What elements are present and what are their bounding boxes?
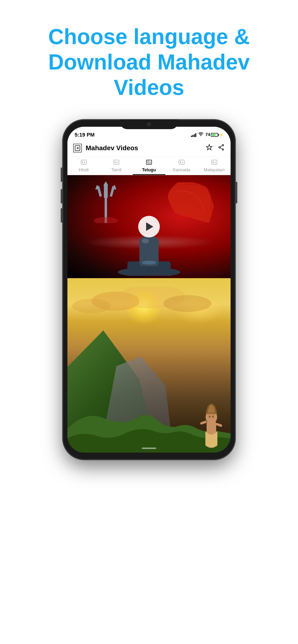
svg-rect-15 bbox=[179, 160, 184, 164]
video-card-2[interactable] bbox=[67, 278, 231, 452]
svg-rect-12 bbox=[146, 160, 152, 164]
tab-malayalam-label: Malayalam bbox=[204, 168, 225, 172]
tab-hindi-icon bbox=[81, 160, 87, 166]
phone-screen: 5:19 PM bbox=[67, 127, 231, 452]
video-card-1[interactable] bbox=[67, 175, 231, 278]
tab-telugu[interactable]: Telugu bbox=[133, 157, 165, 175]
status-icons: 74 ⚡ bbox=[191, 132, 223, 137]
notch-camera bbox=[147, 122, 151, 126]
svg-point-2 bbox=[222, 149, 224, 150]
tab-hindi[interactable]: Hindi bbox=[67, 157, 100, 175]
svg-marker-8 bbox=[84, 162, 85, 164]
svg-point-38 bbox=[72, 299, 111, 313]
tab-tamil-icon bbox=[113, 160, 119, 166]
svg-marker-13 bbox=[148, 161, 148, 164]
svg-marker-10 bbox=[115, 161, 115, 164]
star-icon[interactable] bbox=[206, 144, 213, 152]
svg-marker-14 bbox=[150, 162, 150, 164]
svg-rect-44 bbox=[215, 422, 223, 427]
tab-kannada[interactable]: Kannada bbox=[165, 157, 198, 175]
svg-point-28 bbox=[94, 217, 118, 223]
header-line1: Choose language & bbox=[48, 25, 250, 49]
red-cloth-art bbox=[163, 182, 216, 226]
tab-malayalam[interactable]: Malayalam bbox=[198, 157, 231, 175]
play-button[interactable] bbox=[138, 216, 160, 238]
share-icon[interactable] bbox=[218, 144, 225, 152]
signal-bars bbox=[191, 133, 196, 137]
header-title: Choose language & Download Mahadev Video… bbox=[41, 24, 257, 100]
tab-telugu-label: Telugu bbox=[142, 168, 156, 172]
tab-tamil-label: Tamil bbox=[111, 168, 121, 172]
svg-marker-20 bbox=[215, 162, 215, 164]
svg-marker-16 bbox=[180, 161, 181, 164]
header-line3: Videos bbox=[114, 76, 184, 100]
svg-point-32 bbox=[139, 236, 159, 250]
svg-marker-19 bbox=[213, 161, 213, 164]
svg-marker-17 bbox=[182, 162, 183, 164]
svg-point-3 bbox=[219, 146, 220, 148]
svg-point-37 bbox=[163, 295, 211, 312]
svg-point-34 bbox=[142, 261, 156, 264]
phone-frame: 5:19 PM bbox=[63, 120, 235, 460]
header-section: Choose language & Download Mahadev Video… bbox=[41, 24, 257, 100]
svg-point-41 bbox=[209, 416, 211, 418]
video-list bbox=[67, 175, 231, 452]
wifi-icon bbox=[198, 132, 203, 137]
scroll-indicator bbox=[142, 448, 156, 449]
header-line2: Download Mahadev bbox=[48, 50, 250, 74]
svg-rect-9 bbox=[114, 160, 119, 164]
phone-notch bbox=[120, 120, 178, 129]
status-time: 5:19 PM bbox=[75, 132, 95, 138]
svg-rect-18 bbox=[212, 160, 217, 164]
tab-telugu-icon bbox=[146, 160, 152, 166]
svg-line-4 bbox=[220, 146, 222, 147]
svg-marker-7 bbox=[82, 161, 83, 164]
tab-kannada-icon bbox=[179, 160, 185, 166]
battery-icon bbox=[211, 133, 218, 137]
trishul-art bbox=[87, 180, 125, 223]
tab-kannada-label: Kannada bbox=[173, 168, 190, 172]
battery-percent: 74 bbox=[205, 132, 210, 137]
tab-hindi-label: Hindi bbox=[79, 168, 89, 172]
language-tabs: Hindi Tamil Telugu Kannada bbox=[67, 157, 231, 175]
svg-marker-23 bbox=[103, 181, 108, 186]
svg-rect-43 bbox=[200, 420, 207, 425]
svg-rect-6 bbox=[81, 160, 86, 164]
svg-point-1 bbox=[222, 144, 224, 146]
shiva-figure bbox=[197, 400, 226, 452]
tab-tamil[interactable]: Tamil bbox=[100, 157, 133, 175]
svg-line-5 bbox=[220, 148, 222, 149]
app-bar: Mahadev Videos bbox=[67, 140, 231, 157]
app-title: Mahadev Videos bbox=[86, 144, 138, 152]
menu-icon[interactable] bbox=[73, 144, 82, 152]
svg-point-33 bbox=[142, 238, 149, 244]
tab-malayalam-icon bbox=[211, 160, 217, 166]
svg-point-42 bbox=[212, 416, 214, 418]
svg-marker-11 bbox=[117, 162, 117, 164]
clouds-art bbox=[67, 287, 231, 335]
battery-container: 74 ⚡ bbox=[205, 132, 223, 137]
